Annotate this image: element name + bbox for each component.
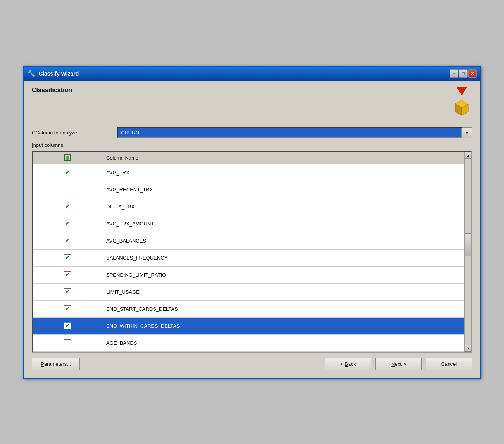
table-inner: Column Name AVG_TRX AVG_RECENT_TRX	[33, 152, 464, 352]
table-row[interactable]: DELTA_TRX	[33, 198, 464, 215]
row-checkbox-cell	[33, 250, 102, 266]
column-select-wrapper: CHURN ▼	[117, 127, 472, 138]
row-checkbox-cell	[33, 301, 102, 317]
column-select[interactable]: CHURN	[117, 127, 462, 138]
row-checkbox[interactable]	[64, 271, 71, 278]
row-column-name: END_WITHIN_CARDS_DELTAS	[102, 323, 464, 329]
row-checkbox-cell	[33, 215, 102, 232]
row-checkbox[interactable]	[64, 169, 71, 176]
title-bar-buttons: − □ ✕	[450, 69, 477, 78]
row-column-name: END_START_CARDS_DELTAS	[102, 306, 464, 312]
row-checkbox-cell	[33, 267, 102, 283]
row-checkbox-cell	[33, 198, 102, 215]
input-columns-table: Column Name AVG_TRX AVG_RECENT_TRX	[32, 151, 472, 353]
row-checkbox-cell	[33, 181, 102, 198]
table-scrollbar[interactable]: ▲ ▼	[464, 152, 471, 352]
footer-right-buttons: < Back Next > Cancel	[325, 358, 472, 370]
table-header: Column Name	[33, 152, 464, 164]
scroll-track	[465, 159, 471, 345]
header-icon	[451, 87, 472, 117]
back-button[interactable]: < Back	[325, 358, 371, 370]
row-column-name: AVG_TRX_AMOUNT	[102, 221, 464, 227]
window-body: Classification CColumn to analyze:	[24, 81, 480, 378]
table-row[interactable]: AGE_BANDS	[33, 335, 464, 352]
table-row[interactable]: LIMIT_USAGE	[33, 284, 464, 301]
minimize-button[interactable]: −	[450, 69, 458, 78]
table-row[interactable]: SPENDING_LIMIT_RATIO	[33, 267, 464, 284]
column-label: CColumn to analyze:	[32, 130, 117, 136]
row-checkbox[interactable]	[64, 254, 71, 261]
row-checkbox[interactable]	[64, 305, 71, 312]
row-checkbox-cell	[33, 335, 102, 351]
classify-wizard-window: 🔧 Classify Wizard − □ ✕ Classification	[23, 66, 481, 379]
cancel-button[interactable]: Cancel	[426, 358, 472, 370]
title-bar: 🔧 Classify Wizard − □ ✕	[24, 67, 480, 81]
row-column-name: DELTA_TRX	[102, 204, 464, 210]
window-title: Classify Wizard	[39, 71, 79, 77]
row-column-name: AVG_RECENT_TRX	[102, 187, 464, 193]
row-checkbox[interactable]	[64, 186, 71, 193]
section-title: Classification	[32, 87, 72, 94]
footer: Parameters... < Back Next > Cancel	[32, 353, 472, 372]
table-row[interactable]: END_WITHIN_CARDS_DELTAS	[33, 318, 464, 335]
close-button[interactable]: ✕	[468, 69, 477, 78]
next-button[interactable]: Next >	[375, 358, 422, 370]
scroll-up-button[interactable]: ▲	[465, 152, 472, 159]
scroll-down-button[interactable]: ▼	[465, 345, 472, 352]
row-checkbox[interactable]	[64, 288, 71, 295]
table-row[interactable]: END_START_CARDS_DELTAS	[33, 301, 464, 318]
column-to-analyze-row: CColumn to analyze: CHURN ▼	[32, 127, 472, 138]
column-select-arrow[interactable]: ▼	[462, 127, 472, 138]
app-icon: 🔧	[27, 69, 36, 78]
row-checkbox-cell	[33, 232, 102, 249]
row-checkbox-cell	[33, 284, 102, 300]
checkbox-column-header[interactable]	[33, 152, 102, 164]
title-bar-left: 🔧 Classify Wizard	[27, 69, 79, 78]
row-checkbox[interactable]	[64, 220, 71, 227]
row-checkbox[interactable]	[64, 203, 71, 210]
row-checkbox-cell	[33, 318, 102, 334]
parameters-button[interactable]: Parameters...	[32, 358, 80, 370]
row-checkbox[interactable]	[64, 339, 71, 346]
table-row[interactable]: AVG_TRX_AMOUNT	[33, 215, 464, 232]
maximize-button[interactable]: □	[459, 69, 468, 78]
table-row[interactable]: AVG_RECENT_TRX	[33, 181, 464, 198]
scroll-thumb[interactable]	[465, 233, 471, 256]
row-column-name: AGE_BANDS	[102, 340, 464, 346]
row-column-name: BALANCES_FREQUENCY	[102, 255, 464, 261]
row-column-name: LIMIT_USAGE	[102, 289, 464, 295]
table-row[interactable]: BALANCES_FREQUENCY	[33, 250, 464, 267]
table-row[interactable]: AVG_BALANCES	[33, 232, 464, 250]
section-header: Classification	[32, 87, 472, 121]
row-column-name: AVG_BALANCES	[102, 238, 464, 244]
input-columns-label: Input columns:	[32, 142, 472, 148]
column-name-header: Column Name	[102, 152, 464, 164]
select-all-inner	[66, 156, 69, 160]
row-column-name: SPENDING_LIMIT_RATIO	[102, 272, 464, 278]
select-all-checkbox[interactable]	[64, 154, 71, 161]
row-checkbox[interactable]	[64, 322, 71, 329]
arrow-down-icon	[456, 87, 467, 95]
row-column-name: AVG_TRX	[102, 170, 464, 176]
row-checkbox[interactable]	[64, 237, 71, 244]
row-checkbox-cell	[33, 164, 102, 181]
cube-icon	[451, 96, 472, 117]
table-row[interactable]: AVG_TRX	[33, 164, 464, 181]
